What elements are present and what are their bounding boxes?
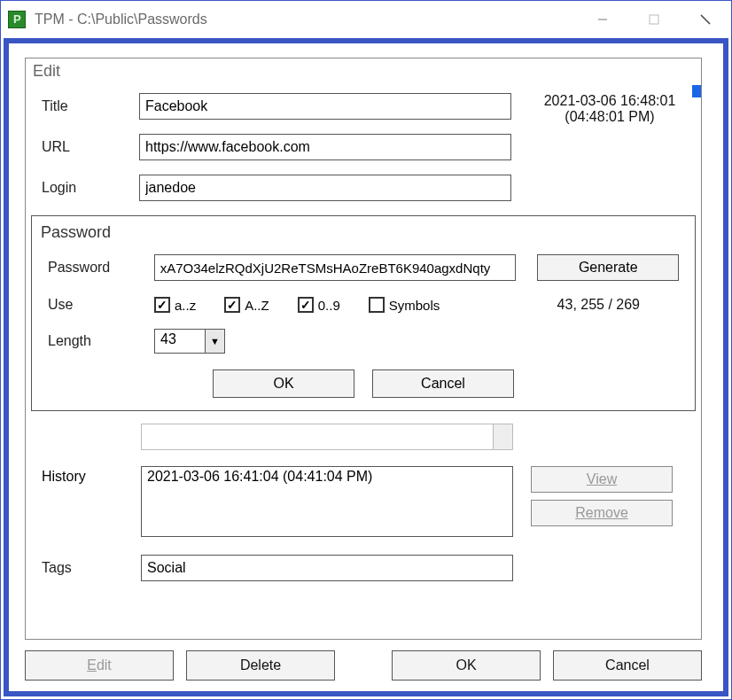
main-ok-button[interactable]: OK <box>392 650 541 681</box>
checkbox-symbols-label: Symbols <box>389 298 440 313</box>
history-buttons: View Remove <box>531 466 673 526</box>
close-button[interactable] <box>680 1 731 38</box>
password-cancel-button[interactable]: Cancel <box>372 369 514 398</box>
close-icon <box>699 13 712 26</box>
login-label: Login <box>42 180 139 196</box>
app-icon <box>8 11 26 28</box>
title-label: Title <box>42 98 139 114</box>
password-group: Password Password Generate Use a..z <box>31 215 696 411</box>
edit-panel: Edit 2021-03-06 16:48:01 (04:48:01 PM) T… <box>25 58 702 640</box>
history-row: History 2021-03-06 16:41:04 (04:41:04 PM… <box>42 466 685 537</box>
edit-accel: E <box>87 657 97 673</box>
checkbox-digits-label: 0..9 <box>318 298 340 313</box>
charset-checkboxes: a..z A..Z 0..9 <box>154 297 456 313</box>
url-input[interactable] <box>139 134 511 160</box>
window-title: TPM - C:\Public\Passwords <box>35 12 577 27</box>
hidden-dropdown[interactable] <box>141 424 513 450</box>
checkbox-uppercase-label: A..Z <box>245 298 269 313</box>
chevron-down-icon: ▼ <box>205 330 224 353</box>
password-label: Password <box>48 260 154 276</box>
minimize-button[interactable] <box>577 1 628 38</box>
checkbox-symbols[interactable]: Symbols <box>369 297 440 313</box>
tags-input[interactable] <box>141 555 513 581</box>
content-frame: Edit 2021-03-06 16:48:01 (04:48:01 PM) T… <box>4 38 728 696</box>
timestamp-date: 2021-03-06 16:48:01 <box>526 93 694 109</box>
delete-button[interactable]: Delete <box>186 650 335 681</box>
edit-button[interactable]: Edit <box>25 650 174 681</box>
maximize-button[interactable] <box>628 1 680 38</box>
generate-button[interactable]: Generate <box>537 254 679 281</box>
panel-title: Edit <box>26 58 701 89</box>
url-label: URL <box>42 139 139 155</box>
tags-row: Tags <box>42 555 685 581</box>
length-row: Length 43 ▼ <box>48 329 679 354</box>
url-row: URL <box>42 134 685 160</box>
length-value: 43 <box>155 330 205 353</box>
window-control-buttons <box>577 1 731 38</box>
password-ok-cancel: OK Cancel <box>48 369 679 398</box>
checkbox-icon <box>369 297 385 313</box>
maximize-icon <box>649 14 659 25</box>
bottom-button-bar: Edit Delete OK Cancel <box>25 650 702 681</box>
password-input[interactable] <box>154 254 517 281</box>
password-stats: 43, 255 / 269 <box>557 297 679 313</box>
form-area: 2021-03-06 16:48:01 (04:48:01 PM) Title … <box>26 89 701 201</box>
login-row: Login <box>42 175 685 201</box>
password-group-inner: Password Generate Use a..z <box>32 254 695 398</box>
history-label: History <box>42 466 141 485</box>
entry-timestamp: 2021-03-06 16:48:01 (04:48:01 PM) <box>526 93 694 125</box>
edit-rest: dit <box>97 657 112 673</box>
checkbox-digits[interactable]: 0..9 <box>298 297 340 313</box>
length-label: Length <box>48 333 154 349</box>
main-cancel-button[interactable]: Cancel <box>553 650 702 681</box>
app-window: TPM - C:\Public\Passwords Edit 2021-03-0… <box>0 0 732 700</box>
checkbox-icon <box>154 297 170 313</box>
chevron-down-icon <box>493 424 512 449</box>
view-button[interactable]: View <box>531 466 673 493</box>
password-row: Password Generate <box>48 254 679 281</box>
title-input[interactable] <box>139 93 511 120</box>
minimize-icon <box>597 14 608 25</box>
history-list[interactable]: 2021-03-06 16:41:04 (04:41:04 PM) <box>141 466 513 537</box>
checkbox-icon <box>298 297 314 313</box>
timestamp-time: (04:48:01 PM) <box>526 109 694 125</box>
spacer <box>347 650 379 681</box>
remove-button[interactable]: Remove <box>531 500 673 526</box>
titlebar: TPM - C:\Public\Passwords <box>1 1 731 38</box>
length-select[interactable]: 43 ▼ <box>154 329 225 354</box>
login-input[interactable] <box>139 175 511 201</box>
history-item: 2021-03-06 16:41:04 (04:41:04 PM) <box>147 469 507 485</box>
tags-label: Tags <box>42 560 141 576</box>
use-row: Use a..z A..Z <box>48 297 679 313</box>
checkbox-uppercase[interactable]: A..Z <box>224 297 269 313</box>
svg-line-3 <box>701 15 710 24</box>
checkbox-icon <box>224 297 240 313</box>
checkbox-lowercase[interactable]: a..z <box>154 297 196 313</box>
password-ok-button[interactable]: OK <box>213 369 354 398</box>
checkbox-lowercase-label: a..z <box>175 298 196 313</box>
password-group-title: Password <box>32 216 695 254</box>
svg-rect-1 <box>650 15 658 24</box>
use-label: Use <box>48 297 154 313</box>
